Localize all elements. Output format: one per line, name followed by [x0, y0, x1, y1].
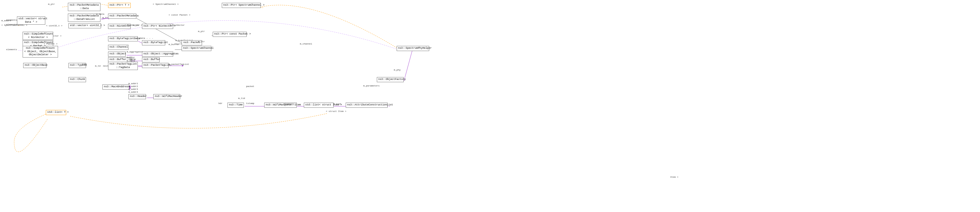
node-simplerefcount-object: ns3::SimpleRefCount< Object, ObjectBase,… [22, 46, 58, 58]
m-buffer-label: m_buffer [169, 43, 179, 46]
m-packettag-label: m_packetTagList [169, 63, 189, 66]
next-label: next [103, 64, 108, 67]
elements-label-3: elements [6, 48, 17, 51]
tstamp-label: tstamp [246, 102, 255, 104]
node-wifimacheader: ns3::WifiMacHeader [153, 94, 180, 99]
node-chunk: ns3::Chunk [68, 77, 86, 82]
m-data-dashed-label: m_data - - - [137, 37, 153, 39]
packet-label-2: < Packet > [44, 42, 57, 45]
m-ptr-const-label: m_ptr [198, 30, 205, 32]
m-addr2-label: m_addr2 [129, 85, 138, 88]
svg-line-17 [404, 50, 412, 81]
node-packetmetadata: ns3::PacketMetadata [108, 14, 136, 19]
node-ptr-const-packet: ns3::Ptr< const Packet > [213, 32, 247, 37]
node-packetmetadata-data: ns3::PacketMetadata::Data [68, 3, 100, 11]
m-ptr-nixvector-label: m_ptr [133, 24, 140, 26]
m-channel-label: m_channel [300, 42, 312, 45]
m-aggregates-label: m_aggregates [127, 50, 143, 53]
node-spectrumchannel: ns3::SpectrumChannel [181, 46, 212, 51]
spectrumchannel-top-label: < SpectrumChannel > [153, 3, 178, 5]
node-object: ns3::Object [108, 51, 126, 57]
m-addr3-label: m_addr3 [129, 88, 138, 90]
node-packettaglist: ns3::PacketTagList [142, 63, 169, 68]
m-metadata-label: < const Packet > [169, 14, 190, 16]
m-addr1-label: m_addr1 [129, 82, 138, 85]
node-ptr-nixvector: ns3::Ptr< NixVector > [142, 24, 173, 29]
diagram-container: m_addr4 < SpectrumChannel > elements ele… [0, 0, 980, 212]
buffer-label: buffer [127, 56, 135, 59]
m-tid-label: m_tid [238, 97, 245, 100]
diagram-arrows [0, 0, 980, 212]
node-bytetaglist: ns3::ByteTagList [142, 40, 165, 45]
node-ptr-t: ns3::Ptr< T > [108, 3, 131, 8]
struct-item-label-bottom: < struct Item > [326, 110, 346, 112]
node-ptr-spectrumchannel: ns3::Ptr< SpectrumChannel > [222, 3, 261, 8]
item-label-detected: Item > [670, 176, 678, 178]
elements-label-wifimac: elements [283, 103, 294, 105]
elements-label-2: elements [6, 23, 17, 26]
node-list-t: std::list< T > [46, 110, 66, 115]
m-phy-label: m_phy [394, 69, 401, 71]
tid-label: tid [82, 63, 86, 66]
m-nixvector-label: m_nixVector [170, 24, 185, 26]
node-packettaglist-tagdata: ns3::PacketTagList::TagData [108, 62, 138, 70]
m-data-label: m_data [96, 13, 104, 15]
node-packetmetadata-datafreelist: ns3::PacketMetadata::DataFreeList [68, 14, 100, 22]
node-channel: ns3::Channel [108, 45, 129, 50]
m-ptr-label-top: m_ptr [48, 3, 55, 5]
m-ptr-packet-label: m_ptr [198, 40, 205, 43]
node-mac48address: ns3::Mac48Address [102, 85, 129, 90]
m-td-label: m_td [95, 64, 100, 67]
node-attributeconstructionlist: ns3::AttributeConstructionList [346, 103, 388, 108]
node-objectbase: ns3::ObjectBase [23, 63, 46, 68]
uint32t-label: < uint32_t > [46, 24, 62, 27]
m-list-label: m_list [333, 103, 342, 105]
node-buffer: ns3::Buffer [142, 57, 159, 63]
node-list-struct-item: std::list< struct Item > [304, 103, 334, 108]
m-addr4-label: m_addr4 [129, 91, 138, 93]
node-bytetaglistdata: ns3::ByteTagListData [108, 36, 138, 42]
node-vector-struct-data: std::vector< structData * > [17, 16, 45, 25]
node-time: ns3::Time [228, 103, 244, 108]
packet-label: packet [246, 85, 255, 88]
node-header: ns3::Header [129, 94, 146, 99]
node-vector-uint32t: std::vector< uint32_t > [68, 23, 101, 28]
node-spectrumphyhelper: ns3::SpectrumPhyHelper [397, 46, 429, 51]
node-simplerefcount-nixvector: ns3::SimpleRefCount< NixVector > [22, 32, 53, 40]
hdr-label: hdr [218, 102, 223, 104]
m-parameters-label: m_parameters [363, 85, 380, 87]
elements-label-1: elements [6, 19, 17, 21]
node-object-aggregates: ns3::Object::Aggregates [142, 51, 173, 57]
node-objectfactory: ns3::ObjectFactory [377, 77, 404, 82]
